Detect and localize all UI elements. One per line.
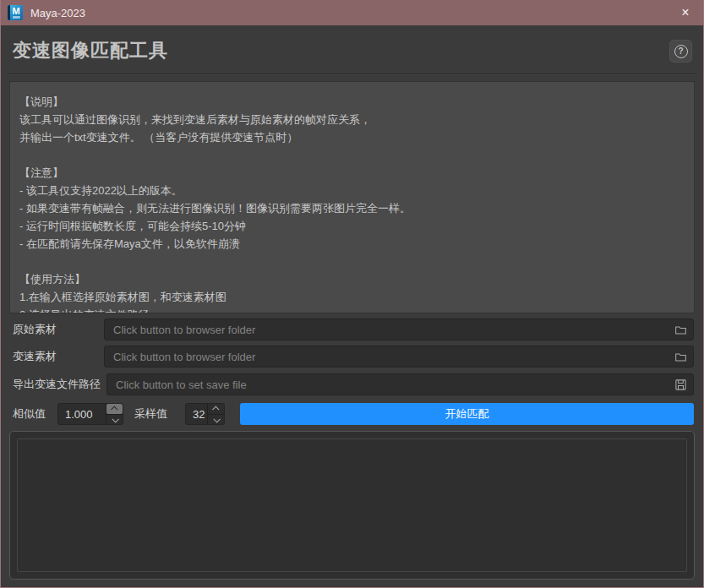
window-title: Maya-2023 <box>30 7 667 19</box>
sample-input[interactable] <box>186 404 207 424</box>
similarity-spin-buttons <box>106 404 123 424</box>
chevron-down-icon <box>213 416 220 422</box>
save-icon[interactable] <box>674 378 687 391</box>
sample-spinbox <box>185 403 225 425</box>
source-footage-field <box>104 318 694 340</box>
folder-icon[interactable] <box>674 324 687 336</box>
similarity-spin-down-button[interactable] <box>106 414 123 424</box>
export-path-field <box>106 373 694 395</box>
tool-window: M Maya-2023 × 变速图像匹配工具 ? 【说明】 该工具可以通过图像识… <box>0 0 704 588</box>
source-footage-input[interactable] <box>105 319 693 340</box>
similarity-spinbox <box>57 403 123 425</box>
titlebar: M Maya-2023 × <box>0 0 704 25</box>
sample-spin-down-button[interactable] <box>208 414 224 424</box>
sample-label: 采样值 <box>134 403 167 425</box>
export-path-input[interactable] <box>107 374 693 395</box>
instructions-description: 【说明】 该工具可以通过图像识别，来找到变速后素材与原始素材的帧对应关系， 并输… <box>19 93 685 146</box>
chevron-up-icon <box>111 406 117 412</box>
help-icon: ? <box>674 45 688 58</box>
chevron-down-icon <box>112 416 118 422</box>
retimed-footage-label: 变速素材 <box>13 346 57 368</box>
similarity-input[interactable] <box>58 404 106 424</box>
source-footage-label: 原始素材 <box>13 318 57 340</box>
sample-spin-up-button[interactable] <box>208 404 224 414</box>
output-log-area[interactable] <box>17 438 687 572</box>
chevron-up-icon <box>212 406 219 412</box>
similarity-spin-up-button[interactable] <box>106 404 123 414</box>
sample-spin-buttons <box>207 404 224 424</box>
instructions-notes: 【注意】 - 该工具仅支持2022以上的版本。 - 如果变速带有帧融合，则无法进… <box>19 164 685 253</box>
start-match-button[interactable]: 开始匹配 <box>240 403 694 425</box>
output-log-panel <box>9 431 695 580</box>
instructions-usage: 【使用方法】 1.在输入框选择原始素材图，和变速素材图 2.选择导出的变速文件路… <box>19 270 685 313</box>
retimed-footage-field <box>104 346 694 368</box>
maya-icon-letter: M <box>12 7 19 16</box>
maya-app-icon: M <box>8 5 23 20</box>
header-divider <box>8 74 696 75</box>
instructions-panel: 【说明】 该工具可以通过图像识别，来找到变速后素材与原始素材的帧对应关系， 并输… <box>9 81 695 313</box>
similarity-label: 相似值 <box>13 403 46 425</box>
page-title: 变速图像匹配工具 <box>13 37 168 64</box>
help-button[interactable]: ? <box>669 40 692 63</box>
close-icon: × <box>681 5 689 20</box>
folder-icon[interactable] <box>674 351 687 363</box>
retimed-footage-input[interactable] <box>105 346 693 367</box>
close-button[interactable]: × <box>667 0 704 25</box>
export-path-label: 导出变速文件路径 <box>13 373 101 395</box>
